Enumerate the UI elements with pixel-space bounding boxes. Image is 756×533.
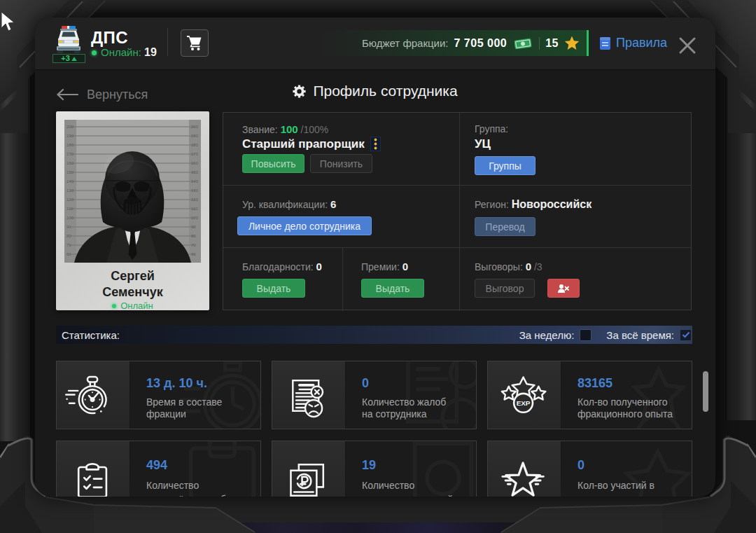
- svg-text:190: 190: [191, 134, 199, 138]
- svg-text:160: 160: [191, 161, 199, 165]
- svg-text:60: 60: [191, 252, 196, 256]
- svg-text:60: 60: [66, 252, 71, 256]
- svg-text:110: 110: [191, 207, 198, 211]
- svg-text:120: 120: [66, 198, 74, 202]
- svg-text:120: 120: [191, 198, 199, 202]
- svg-text:170: 170: [191, 152, 199, 156]
- svg-text:150: 150: [191, 170, 199, 174]
- svg-text:150: 150: [66, 170, 74, 174]
- svg-text:160: 160: [66, 161, 74, 165]
- svg-text:180: 180: [191, 143, 199, 147]
- svg-text:100: 100: [66, 216, 74, 220]
- svg-text:110: 110: [66, 207, 74, 211]
- svg-text:100: 100: [191, 216, 199, 220]
- svg-text:90: 90: [191, 225, 196, 229]
- svg-text:EXP: EXP: [517, 399, 531, 407]
- svg-text:200: 200: [191, 125, 199, 129]
- svg-text:180: 180: [66, 143, 74, 147]
- svg-text:140: 140: [191, 179, 199, 184]
- svg-text:130: 130: [66, 188, 74, 193]
- svg-text:90: 90: [66, 225, 71, 229]
- svg-text:70: 70: [191, 243, 196, 247]
- svg-text:80: 80: [191, 234, 196, 238]
- svg-text:80: 80: [66, 234, 71, 238]
- svg-text:170: 170: [66, 152, 74, 156]
- svg-text:200: 200: [66, 125, 74, 129]
- svg-text:70: 70: [66, 243, 71, 247]
- svg-text:190: 190: [66, 134, 74, 138]
- svg-text:130: 130: [191, 188, 199, 193]
- svg-text:140: 140: [66, 179, 74, 184]
